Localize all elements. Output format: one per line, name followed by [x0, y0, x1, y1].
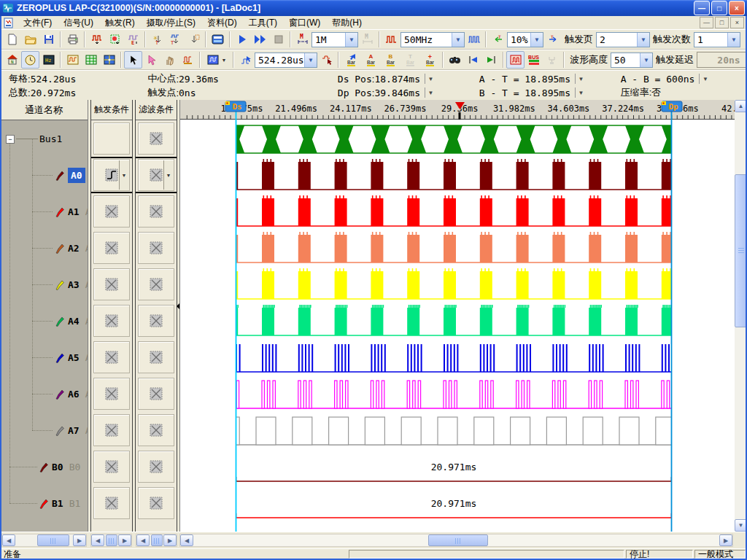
trigger-condition-cell-B1[interactable]: [91, 485, 132, 521]
noise-filter-button[interactable]: [506, 51, 525, 69]
restore-button[interactable]: □: [711, 1, 727, 15]
channel-id-label[interactable]: A4: [68, 316, 80, 327]
filter-condition-cell-B0[interactable]: [136, 448, 177, 485]
filter-condition-cell-B1[interactable]: [136, 485, 177, 521]
channel-row-A4[interactable]: A4A4: [0, 303, 88, 339]
menu-help[interactable]: 帮助(H): [326, 16, 368, 30]
goto-a-bar-button[interactable]: ABar: [361, 51, 381, 69]
scroll-left-icon[interactable]: ◀: [136, 534, 150, 546]
a-b-dropdown[interactable]: ▼: [699, 74, 711, 84]
waveform-window-button[interactable]: [63, 51, 82, 69]
filter-condition-cell-A1[interactable]: [136, 193, 177, 230]
trigger-condition-cell-A0[interactable]: ▼: [91, 157, 132, 193]
trigger-page-combo[interactable]: 2▼: [596, 32, 650, 47]
mdi-close-button[interactable]: ×: [730, 17, 744, 28]
chevron-down-icon[interactable]: ▼: [637, 33, 649, 47]
channel-id-label[interactable]: A7: [68, 425, 80, 436]
trigger-condition-cell-Bus1[interactable]: [91, 120, 132, 157]
zoom-wave-icon[interactable]: [317, 51, 336, 69]
home-view-button[interactable]: N: [3, 51, 21, 69]
filter-condition-cell-A7[interactable]: [136, 412, 177, 448]
menu-signal[interactable]: 信号(U): [58, 16, 99, 30]
open-file-button[interactable]: [21, 31, 39, 48]
channel-id-label[interactable]: A5: [68, 352, 80, 363]
trigger-condition-cell-A4[interactable]: [91, 303, 132, 339]
trigger-ratio-combo[interactable]: 10%▼: [507, 32, 543, 47]
bar-trigger-b-icon[interactable]: T: [166, 31, 185, 48]
scroll-thumb[interactable]: [106, 534, 117, 546]
pre-trigger-icon[interactable]: T: [489, 31, 507, 48]
channel-id-label[interactable]: B1: [52, 498, 63, 509]
save-button[interactable]: [39, 31, 58, 48]
channel-id-label[interactable]: A2: [68, 243, 80, 254]
goto-previous-button[interactable]: [464, 51, 482, 69]
chevron-down-icon[interactable]: ▼: [345, 33, 357, 47]
chevron-down-icon[interactable]: ▼: [119, 160, 128, 190]
waveform-mode-icon[interactable]: [465, 31, 483, 48]
filter-condition-cell-A3[interactable]: [136, 266, 177, 303]
run-button[interactable]: [233, 31, 251, 48]
filter-condition-cell-Bus1[interactable]: [136, 120, 177, 157]
hand-pan-button[interactable]: [160, 51, 179, 69]
trigger-condition-cell-A1[interactable]: [91, 193, 132, 230]
channel-row-B0[interactable]: B0B0: [0, 448, 88, 485]
scroll-thumb[interactable]: [428, 534, 488, 546]
channel-panel-scrollbar[interactable]: ◀ ▶: [1, 534, 87, 547]
menu-trigger[interactable]: 触发(R): [99, 16, 141, 30]
trigger-condition-cell-A3[interactable]: [91, 266, 132, 303]
title-bar[interactable]: ZEROPLUS LAP-C(321000)(S/N:00000000001) …: [0, 0, 747, 16]
filter-condition-cell-A0[interactable]: ▼: [136, 157, 177, 193]
chevron-down-icon[interactable]: ▼: [452, 33, 464, 47]
channel-id-label[interactable]: A0: [68, 168, 85, 183]
menu-data[interactable]: 资料(D): [201, 16, 243, 30]
channel-row-A0[interactable]: A0A0: [0, 157, 88, 193]
trigger-count-combo[interactable]: 1▼: [694, 32, 740, 47]
filter-condition-cell-A2[interactable]: [136, 230, 177, 266]
post-trigger-icon[interactable]: T: [543, 31, 562, 48]
channel-id-label[interactable]: A3: [68, 279, 80, 290]
channel-alias-label[interactable]: A3: [85, 279, 88, 290]
dp-pos-dropdown[interactable]: ▼: [425, 88, 436, 98]
pulse-width-setup-icon[interactable]: E: [124, 31, 142, 48]
chevron-down-icon[interactable]: ▼: [530, 33, 543, 47]
scroll-left-icon[interactable]: ◀: [180, 534, 193, 546]
waveform-display-combo-button[interactable]: ▼: [203, 51, 231, 69]
channel-row-B1[interactable]: B1B1: [0, 485, 88, 521]
chevron-down-icon[interactable]: ▼: [163, 160, 173, 190]
menu-file[interactable]: 文件(F): [18, 16, 58, 30]
scroll-left-icon[interactable]: ◀: [2, 534, 15, 546]
scroll-right-icon[interactable]: ▶: [163, 534, 177, 546]
new-file-button[interactable]: [3, 31, 21, 48]
sampling-setup-icon[interactable]: [88, 31, 106, 48]
listing-window-button[interactable]: [82, 51, 100, 69]
minimize-button[interactable]: —: [694, 1, 710, 15]
chevron-down-icon[interactable]: ▼: [640, 53, 652, 67]
find-button[interactable]: [446, 51, 464, 69]
waveform-horizontal-scrollbar[interactable]: ◀ ▶: [179, 534, 733, 547]
marker-cursor-button[interactable]: [142, 51, 160, 69]
menu-acquire[interactable]: 摄取/停止(S): [141, 16, 201, 30]
trigger-condition-cell-A5[interactable]: [91, 339, 132, 376]
select-cursor-button[interactable]: [124, 51, 142, 69]
scroll-thumb[interactable]: [151, 534, 163, 546]
mdi-minimize-button[interactable]: —: [700, 17, 713, 28]
channel-row-A6[interactable]: A6A6: [0, 376, 88, 412]
trigger-condition-cell-B0[interactable]: [91, 448, 132, 485]
channel-alias-label[interactable]: A6: [85, 389, 88, 400]
clock-view-button[interactable]: [21, 51, 39, 69]
memory-depth-combo[interactable]: 1M▼: [311, 32, 358, 47]
channel-row-A3[interactable]: A3A3: [0, 266, 88, 303]
menu-window[interactable]: 窗口(W): [283, 16, 326, 30]
b-t-dropdown[interactable]: ▼: [575, 88, 587, 98]
tree-collapse-icon[interactable]: −: [6, 135, 15, 144]
channel-row-A7[interactable]: A7A7: [0, 412, 88, 448]
filter-condition-cell-A5[interactable]: [136, 339, 177, 376]
goto-bar-button[interactable]: Bar: [341, 51, 361, 69]
chevron-down-icon[interactable]: ▼: [727, 33, 740, 47]
channel-alias-label[interactable]: A7: [85, 425, 88, 436]
goto-next-button[interactable]: [482, 51, 500, 69]
channel-alias-label[interactable]: A1: [85, 206, 88, 217]
bar-trigger-t-icon[interactable]: [185, 31, 203, 48]
menu-tools[interactable]: 工具(T): [243, 16, 283, 30]
channel-alias-label[interactable]: A5: [85, 352, 88, 363]
